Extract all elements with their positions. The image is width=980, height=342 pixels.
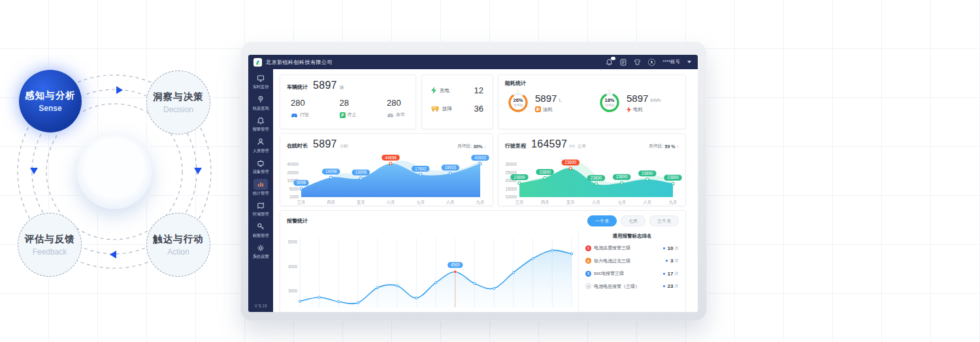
svg-text:1000: 1000	[289, 194, 299, 199]
online-mom: 月环比: 30% ↓	[457, 143, 486, 149]
diagram-node-feedback[interactable]: 评估与反馈 Feedback	[18, 213, 82, 277]
mileage-unit: 公里	[578, 144, 586, 149]
sidebar-item-region-management[interactable]: 区域管理	[252, 200, 269, 217]
power-label: 电耗	[633, 106, 643, 113]
node-sense-subtitle: Sense	[39, 104, 61, 113]
app-logo-icon	[253, 58, 262, 67]
charge-fault-card: 充电 12 故障 36	[421, 74, 493, 129]
sidebar-item-statistics-management[interactable]: 统计管理	[252, 179, 269, 196]
notification-bell-icon[interactable]	[606, 59, 613, 66]
vehicle-stat-abnormal: 280 异常	[387, 98, 405, 118]
svg-text:七月: 七月	[416, 200, 425, 205]
charging-bolt-icon	[431, 87, 436, 94]
sidebar-item-label: 人员管理	[253, 148, 269, 154]
gear-icon	[257, 244, 265, 252]
mom-label: 月环比:	[457, 143, 472, 149]
ranking-row[interactable]: 3 soc地报警三级 17 次	[585, 270, 679, 277]
sidebar-item-system-settings[interactable]: 系统设置	[252, 242, 269, 260]
fuel-value: 5897	[535, 93, 557, 104]
online-duration-chart[interactable]: 100050001000020000400005098三月14098四月1300…	[284, 154, 491, 208]
node-feedback-title: 评估与反馈	[24, 233, 75, 245]
svg-text:4000: 4000	[288, 264, 298, 269]
diagram-node-sense[interactable]: 感知与分析 Sense	[19, 70, 82, 132]
top-navigation-bar: 北京新锐科创科技有限公司 ****账号	[248, 55, 698, 69]
tab-three-months[interactable]: 三个月	[649, 215, 679, 226]
svg-text:23890: 23890	[591, 176, 602, 180]
sidebar-item-track-query[interactable]: 轨迹查询	[252, 94, 269, 112]
mom-value: 30%	[473, 144, 482, 149]
mileage-value: 164597	[531, 138, 567, 150]
arrow-down-icon	[194, 168, 202, 174]
sidebar-item-personnel-management[interactable]: 人员管理	[252, 136, 269, 154]
svg-text:4569: 4569	[451, 262, 461, 267]
mom-value: 59 %	[665, 144, 676, 149]
power-gauge: ↑ 18% 月环比	[598, 91, 621, 114]
ranking-row[interactable]: 4 电池电压报警（三级） 23 次	[585, 283, 679, 290]
stat-label: 异常	[396, 112, 405, 118]
device-icon	[257, 159, 265, 167]
fuel-label: 油耗	[543, 106, 553, 113]
key-icon	[257, 223, 265, 230]
account-label[interactable]: ****账号	[662, 59, 680, 65]
power-percent-caption: 月环比	[605, 103, 615, 107]
svg-text:13008: 13008	[355, 170, 367, 174]
sidebar-item-device-management[interactable]: 设备管理	[252, 157, 269, 175]
sidebar-item-alarm-management[interactable]: 报警管理	[252, 115, 269, 132]
online-card-title: 在线时长	[287, 142, 308, 149]
chevron-down-icon[interactable]	[687, 61, 691, 63]
alarm-card-title: 报警统计	[287, 217, 308, 225]
page-canvas: 感知与分析 Sense 洞察与决策 Decision 评估与反馈 Feedbac…	[0, 0, 980, 342]
alarm-line-chart[interactable]: 3000400050004569	[284, 230, 577, 312]
topbar-actions: ****账号	[606, 59, 691, 66]
sidebar-item-label: 区域管理	[253, 211, 269, 217]
rank-count-unit: 次	[675, 283, 679, 289]
svg-text:九月: 九月	[476, 200, 485, 205]
charging-row: 充电 12	[431, 86, 483, 95]
node-feedback-subtitle: Feedback	[33, 247, 67, 256]
sidebar-navigation: 实时监控 轨迹查询 报警管理 人员管理	[248, 69, 273, 312]
brand: 北京新锐科创科技有限公司	[253, 58, 333, 67]
ranking-row[interactable]: 1 电池温度报警三级 10 次	[585, 245, 679, 251]
power-gauge-group: ↑ 18% 月环比 5897 kWh	[598, 91, 679, 114]
avatar-icon[interactable]	[648, 59, 655, 66]
sidebar-item-realtime-monitor[interactable]: 实时监控	[252, 72, 269, 90]
document-icon[interactable]	[620, 59, 627, 66]
svg-text:四月: 四月	[327, 200, 335, 205]
mileage-card: 行驶里程 164597 km 公里 月环比: 59 % ↑ 1000015000…	[498, 133, 686, 206]
fault-row: 故障 36	[431, 104, 483, 114]
svg-text:七月: 七月	[617, 200, 626, 205]
svg-text:P: P	[341, 112, 344, 117]
power-percent: 18%	[604, 97, 614, 103]
power-value: 5897	[627, 93, 648, 104]
node-decision-subtitle: Decision	[163, 105, 193, 114]
svg-text:3000: 3000	[288, 288, 298, 293]
sidebar-item-permission-management[interactable]: 权限管理	[252, 221, 269, 239]
svg-text:23890: 23890	[514, 175, 525, 179]
tab-seven-days[interactable]: 七天	[621, 215, 645, 226]
ranking-row[interactable]: 2 动力电池过充三级 3 次	[585, 258, 679, 264]
fuel-unit: L	[559, 97, 561, 103]
tab-one-month[interactable]: 一个月	[587, 215, 617, 226]
fuel-percent: 26%	[513, 97, 523, 103]
rank-count-unit: 次	[675, 245, 679, 251]
car-driving-icon	[291, 112, 298, 117]
sidebar-item-label: 轨迹查询	[253, 106, 269, 112]
count-marker-icon	[663, 285, 665, 287]
energy-stats-card: 能耗统计 ↑ 26% 月环比	[498, 74, 686, 129]
apparel-icon[interactable]	[634, 59, 641, 65]
node-action-title: 触达与行动	[153, 233, 204, 245]
sidebar-item-label: 报警管理	[253, 127, 269, 132]
fault-vehicle-icon	[431, 106, 439, 112]
fuel-percent-caption: 月环比	[514, 103, 523, 107]
stat-label: 行驶	[300, 112, 309, 118]
diagram-node-decision[interactable]: 洞察与决策 Decision	[146, 70, 210, 134]
fault-value: 36	[474, 104, 483, 114]
alarm-stats-card: 报警统计 一个月 七天 三个月 3000400050004569 通用报警标志排…	[280, 210, 686, 312]
mileage-chart[interactable]: 100001500020000250003000023890三月23890四月2…	[502, 154, 683, 208]
count-marker-icon	[666, 260, 668, 262]
svg-text:23890: 23890	[539, 170, 551, 174]
diagram-node-action[interactable]: 触达与行动 Action	[146, 213, 210, 277]
fuel-pump-icon	[535, 106, 541, 112]
sidebar-item-label: 实时监控	[253, 84, 269, 90]
energy-card-title: 能耗统计	[505, 80, 526, 87]
